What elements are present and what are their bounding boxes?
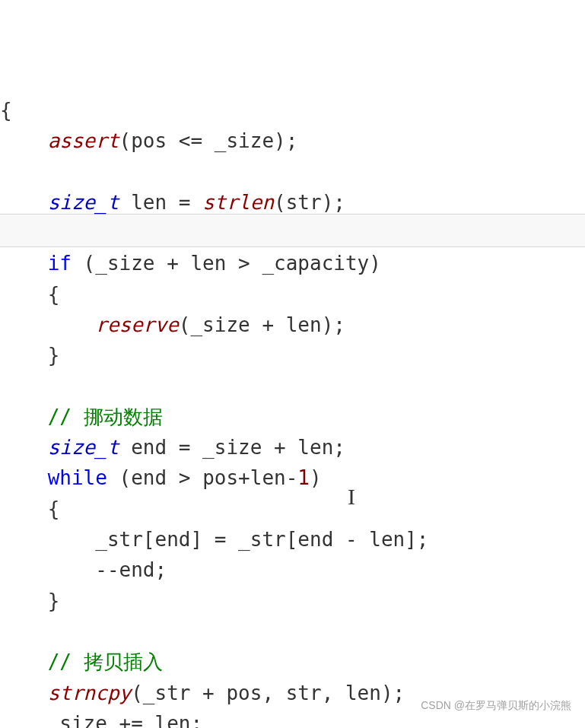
code-text: _str[end] = _str[end - len]; bbox=[95, 528, 428, 551]
code-text: (_str + pos, str, len); bbox=[131, 682, 405, 704]
keyword-if: if bbox=[48, 252, 72, 275]
brace: { bbox=[48, 498, 60, 520]
comment-move-data: // 挪动数据 bbox=[48, 405, 163, 428]
code-text: --end; bbox=[95, 558, 167, 581]
code-text: (end > pos+len- bbox=[107, 466, 297, 489]
type-size_t: size_t bbox=[48, 436, 119, 459]
keyword-while: while bbox=[48, 466, 107, 489]
func-strncpy: strncpy bbox=[48, 682, 132, 704]
code-text: ) bbox=[310, 466, 322, 489]
comment-copy-insert: // 拷贝插入 bbox=[48, 650, 163, 673]
func-reserve: reserve bbox=[95, 313, 179, 336]
code-block: { assert(pos <= _size); size_t len = str… bbox=[0, 92, 585, 728]
brace: } bbox=[48, 344, 60, 367]
code-text: (_size + len); bbox=[179, 313, 345, 336]
code-editor-view: { assert(pos <= _size); size_t len = str… bbox=[0, 0, 585, 728]
number-literal: 1 bbox=[297, 466, 310, 489]
code-text: (pos <= _size); bbox=[119, 129, 298, 152]
text-cursor-icon: I bbox=[348, 479, 355, 515]
func-strlen: strlen bbox=[202, 191, 274, 214]
type-size_t: size_t bbox=[48, 191, 119, 214]
code-text: len = bbox=[119, 191, 203, 214]
code-text: _size += len; bbox=[48, 712, 203, 728]
code-text: (str); bbox=[274, 191, 345, 214]
func-assert: assert bbox=[48, 129, 119, 152]
brace: } bbox=[48, 590, 60, 612]
code-text: (_size + len > _capacity) bbox=[72, 252, 381, 275]
brace-open: { bbox=[0, 99, 12, 122]
code-text: end = _size + len; bbox=[119, 436, 345, 459]
watermark-text: CSDN @在罗马弹贝斯的小浣熊 bbox=[421, 698, 571, 714]
brace: { bbox=[48, 283, 60, 306]
